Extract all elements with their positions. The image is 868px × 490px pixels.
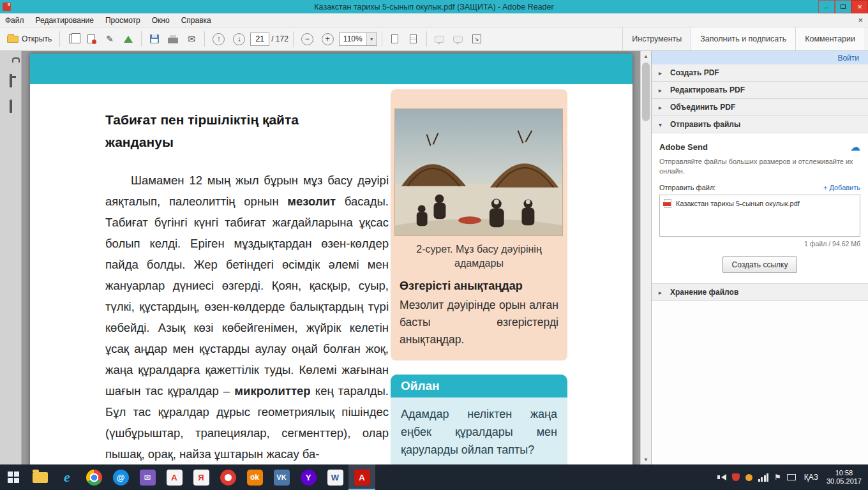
section-edit-pdf[interactable]: ▸ Редактировать PDF: [652, 82, 868, 99]
menu-view[interactable]: Просмотр: [105, 16, 140, 25]
next-page-button[interactable]: ↓: [230, 31, 248, 47]
export-button[interactable]: [83, 31, 100, 47]
zoom-out-button[interactable]: −: [298, 31, 317, 47]
page-up-icon: ↑: [213, 33, 225, 45]
red-circle-app-button[interactable]: [214, 464, 241, 490]
previous-page-button[interactable]: ↑: [209, 31, 228, 47]
amigo-browser-button[interactable]: A: [161, 464, 188, 490]
document-view: Табиғат пен тіршіліктің қайта жандануы Ш…: [22, 51, 640, 464]
page-number-input[interactable]: [250, 33, 269, 46]
section-label: Создать PDF: [670, 68, 719, 77]
zoom-in-button[interactable]: +: [318, 31, 337, 47]
copy-pages-icon: [69, 34, 77, 43]
file-explorer-button[interactable]: [27, 464, 54, 490]
section-combine-pdf[interactable]: ▸ Объединить PDF: [652, 99, 868, 116]
menubar-close-icon[interactable]: ×: [858, 15, 863, 25]
flag-icon[interactable]: ⚑: [774, 473, 781, 482]
send-file-label: Отправить файл:: [659, 184, 715, 191]
adobe-send-cloud-icon: ☁: [850, 141, 860, 153]
language-indicator[interactable]: ҚАЗ: [802, 473, 821, 482]
section-create-pdf[interactable]: ▸ Создать PDF: [652, 64, 868, 82]
chrome-button[interactable]: [80, 464, 107, 490]
mail-ru-button[interactable]: @: [107, 464, 134, 490]
task-text: Мезолит дәуірінде орын алған басты өзгер…: [400, 297, 558, 348]
share-upload-icon: [124, 36, 133, 43]
yandex-browser-button[interactable]: Я: [188, 464, 214, 490]
open-button-label: Открыть: [22, 34, 52, 43]
vertical-scrollbar[interactable]: ▲ ▼: [640, 51, 651, 464]
menu-file[interactable]: Файл: [5, 16, 24, 25]
menu-help[interactable]: Справка: [181, 16, 211, 25]
save-floppy-icon: [150, 34, 159, 43]
zoom-level-value: 110%: [340, 34, 366, 43]
zoom-level-select[interactable]: 110% ▼: [339, 33, 377, 46]
think-box: Ойлан Адамдар неліктен жаңа еңбек құралд…: [391, 375, 567, 464]
yandex-icon: Я: [193, 470, 209, 486]
network-signal-icon[interactable]: [758, 473, 769, 482]
mail-client-button[interactable]: ✉: [134, 464, 161, 490]
internet-explorer-button[interactable]: e: [54, 464, 80, 490]
word-button[interactable]: W: [322, 464, 348, 490]
adobe-reader-button[interactable]: A: [348, 464, 375, 490]
scroll-up-button[interactable]: ▲: [641, 51, 651, 61]
think-box-title: Ойлан: [391, 375, 567, 397]
annotate-button[interactable]: [450, 31, 467, 47]
save-button[interactable]: [146, 31, 163, 47]
attachments-icon[interactable]: [10, 101, 12, 112]
printer-icon: [168, 38, 178, 43]
add-file-link[interactable]: + Добавить: [823, 184, 860, 191]
sign-button[interactable]: ✎: [101, 31, 118, 47]
yahoo-icon: Y: [301, 470, 317, 486]
email-button[interactable]: ✉: [183, 31, 200, 47]
volume-icon[interactable]: [721, 474, 726, 480]
taskbar: e @ ✉ A Я ok VK Y W A ⚑ ҚАЗ 10:58 30.05.…: [0, 464, 868, 490]
start-button[interactable]: [0, 464, 27, 490]
display-icon[interactable]: [787, 474, 796, 480]
file-list-item[interactable]: Казакстан тарихы 5-сынып окулык.pdf: [664, 199, 856, 208]
thumbnails-icon: [10, 74, 12, 87]
toolbar-separator: [382, 31, 382, 47]
yahoo-button[interactable]: Y: [295, 464, 322, 490]
menu-window[interactable]: Окно: [152, 16, 170, 25]
page-thumbnails-icon[interactable]: [10, 75, 12, 87]
section-send-files[interactable]: ▾ Отправить файлы: [652, 116, 868, 133]
section-file-storage[interactable]: ▸ Хранение файлов: [652, 284, 868, 301]
clock[interactable]: 10:58 30.05.2017: [827, 469, 862, 486]
updater-icon[interactable]: [745, 474, 752, 481]
tools-panel: Войти ▸ Создать PDF ▸ Редактировать PDF …: [651, 51, 868, 464]
tools-tab[interactable]: Инструменты: [622, 27, 691, 50]
zoom-out-icon: −: [301, 33, 313, 45]
sign-in-link[interactable]: Войти: [837, 54, 859, 63]
export-icon: [87, 34, 95, 43]
body-paragraph: Шамамен 12 мың жыл бұрын мұз басу дәуірі…: [105, 170, 389, 464]
fill-sign-tab[interactable]: Заполнить и подписать: [691, 27, 795, 50]
odnoklassniki-button[interactable]: ok: [241, 464, 268, 490]
chevron-right-icon: ▸: [659, 70, 664, 77]
file-list-box: Казакстан тарихы 5-сынып окулык.pdf: [659, 195, 860, 237]
toolbar-separator: [204, 31, 205, 47]
fullscreen-button[interactable]: ↘: [468, 31, 485, 47]
antivirus-icon[interactable]: [732, 473, 740, 481]
copy-pages-button[interactable]: [64, 31, 81, 47]
create-link-button[interactable]: Создать ссылку: [722, 256, 798, 273]
share-button[interactable]: [120, 31, 137, 47]
chevron-right-icon: ▸: [659, 289, 664, 296]
comment-button[interactable]: [431, 31, 448, 47]
folder-icon: [33, 472, 48, 483]
task-title: Өзгерісті анықтаңдар: [400, 279, 558, 293]
comments-tab[interactable]: Комментарии: [795, 27, 864, 50]
clock-time: 10:58: [835, 469, 853, 477]
vk-button[interactable]: VK: [268, 464, 295, 490]
scroll-down-button[interactable]: ▼: [641, 454, 651, 464]
scrollbar-thumb[interactable]: [642, 63, 650, 121]
vk-icon: VK: [274, 470, 290, 486]
open-button[interactable]: Открыть: [4, 31, 55, 47]
zoom-dropdown-icon[interactable]: ▼: [366, 33, 377, 45]
system-tray: ⚑ ҚАЗ 10:58 30.05.2017: [721, 464, 868, 490]
fit-width-button[interactable]: [405, 31, 422, 47]
print-button[interactable]: [165, 31, 181, 47]
bold-term-mezolit: мезолит: [287, 195, 336, 208]
toolbar-separator: [426, 31, 427, 47]
scroll-mode-button[interactable]: [387, 31, 403, 47]
menu-edit[interactable]: Редактирование: [36, 16, 94, 25]
